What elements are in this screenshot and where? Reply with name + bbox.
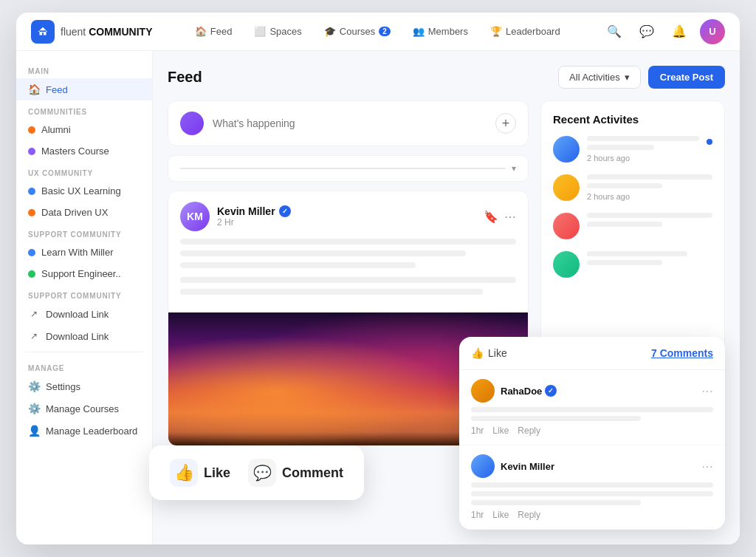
gear-icon-2: ⚙️ (28, 403, 40, 414)
comment-line-2b (471, 491, 713, 496)
whats-happening-card: + (168, 100, 529, 146)
comment-like-2[interactable]: Like (492, 510, 509, 520)
sidebar-item-masters[interactable]: Masters Course (16, 140, 152, 162)
comment-actions-2: 1hr Like Reply (471, 510, 713, 520)
whats-happening-input[interactable] (213, 117, 487, 129)
comments-count[interactable]: 7 Comments (651, 347, 713, 359)
activity-line-3a (587, 213, 712, 218)
sidebar-item-manage-leaderboard[interactable]: 👤 Manage Leaderboard (16, 420, 152, 442)
text-line-4 (180, 277, 516, 283)
post-time: 2 Hr (217, 217, 476, 228)
page-title: Feed (168, 69, 202, 86)
comment-time-2: 1hr (471, 510, 484, 520)
dropdown-chevron[interactable]: ▾ (512, 163, 516, 174)
activity-time-2: 2 hours ago (587, 192, 712, 201)
nav-members[interactable]: 👥 Members (404, 21, 477, 41)
comment-author-1: RahaDoe ✓ (501, 385, 695, 397)
sidebar-item-support-engineer[interactable]: Support Engineer.. (16, 263, 152, 284)
data-driven-dot (28, 209, 35, 216)
post-actions-right: 🔖 ⋯ (484, 210, 516, 224)
sidebar-section-main: MAIN (16, 60, 152, 78)
like-float-button[interactable]: 👍 Like (170, 459, 230, 487)
sidebar-section-ux: UX COMMUNITY (16, 162, 152, 180)
sidebar-item-download-2[interactable]: ↗ Download Link (16, 325, 152, 347)
sidebar-section-support1: SUPPORT COMMUNITY (16, 223, 152, 242)
sidebar-section-manage: MANAGE (16, 357, 152, 375)
bell-icon: 🔔 (672, 24, 687, 38)
arrow-up-right-icon-2: ↗ (28, 330, 40, 342)
comment-line-2a (471, 482, 713, 488)
plus-button[interactable]: + (495, 113, 516, 134)
comment-header-1: RahaDoe ✓ ⋯ (471, 379, 713, 403)
search-button[interactable]: 🔍 (602, 20, 626, 44)
arrow-up-right-icon-1: ↗ (28, 308, 40, 320)
sidebar-item-data-driven[interactable]: Data Driven UX (16, 202, 152, 223)
home-icon: 🏠 (195, 26, 207, 37)
bookmark-icon[interactable]: 🔖 (484, 210, 498, 224)
activity-avatar-2 (553, 174, 580, 201)
message-icon: 💬 (639, 24, 654, 38)
comment-like-1[interactable]: Like (492, 426, 509, 436)
comment-float-icon: 💬 (248, 459, 276, 487)
sidebar-section-support2: SUPPORT COMMUNITY (16, 284, 152, 303)
messages-button[interactable]: 💬 (635, 20, 659, 44)
comment-float-button[interactable]: 💬 Comment (248, 459, 343, 487)
nav-right: 🔍 💬 🔔 U (602, 19, 725, 44)
header-actions: All Activities ▾ Create Post (558, 66, 725, 89)
like-float-icon: 👍 (170, 459, 198, 487)
comment-line-1b (471, 416, 641, 421)
activity-avatar-1 (553, 136, 580, 163)
nav-spaces[interactable]: ⬜ Spaces (245, 21, 310, 41)
support-eng-dot (28, 270, 35, 278)
sidebar-item-learn-miller[interactable]: Learn With Miller (16, 242, 152, 263)
recent-activities-title: Recent Activites (553, 113, 712, 126)
comment-verified-1: ✓ (545, 385, 557, 397)
search-icon: 🔍 (607, 24, 622, 38)
sidebar-item-alumni[interactable]: Alumni (16, 119, 152, 140)
comment-menu-1[interactable]: ⋯ (701, 384, 713, 398)
post-menu-icon[interactable]: ⋯ (504, 210, 516, 224)
dropdown-bar: ▾ (168, 155, 529, 182)
members-icon: 👥 (413, 26, 425, 37)
user-avatar[interactable]: U (700, 19, 725, 44)
basic-ux-dot (28, 188, 35, 195)
top-nav: fluent COMMUNITY 🏠 Feed ⬜ Spaces 🎓 Cours… (16, 13, 740, 51)
activity-item-2: 2 hours ago (553, 174, 712, 201)
comment-avatar-2 (471, 454, 495, 478)
person-icon: 👤 (28, 425, 40, 437)
activity-line-2b (587, 183, 662, 188)
post-header: KM Kevin Miller ✓ 2 Hr 🔖 ⋯ (168, 191, 528, 239)
comments-panel: 👍 Like 7 Comments RahaDoe ✓ ⋯ 1hr Like (459, 337, 725, 530)
activity-line-3b (587, 222, 662, 227)
comment-menu-2[interactable]: ⋯ (701, 459, 713, 474)
notifications-button[interactable]: 🔔 (667, 20, 691, 44)
nav-courses[interactable]: 🎓 Courses 2 (315, 21, 399, 41)
sidebar-item-basic-ux[interactable]: Basic UX Learning (16, 180, 152, 202)
post-content (168, 239, 528, 312)
like-in-panel[interactable]: 👍 Like (471, 347, 507, 359)
nav-leaderboard[interactable]: 🏆 Leaderboard (481, 21, 569, 41)
comment-author-2: Kevin Miller (501, 461, 695, 472)
sidebar-item-download-1[interactable]: ↗ Download Link (16, 303, 152, 325)
gear-icon-1: ⚙️ (28, 380, 40, 392)
sidebar-item-manage-courses[interactable]: ⚙️ Manage Courses (16, 397, 152, 420)
alumni-dot (28, 126, 35, 134)
create-post-button[interactable]: Create Post (648, 66, 725, 89)
sidebar-item-feed[interactable]: 🏠 Feed (16, 78, 152, 100)
comment-time-1: 1hr (471, 426, 484, 436)
courses-icon: 🎓 (324, 26, 336, 37)
comment-item-2: Kevin Miller ⋯ 1hr Like Reply (459, 445, 725, 530)
comment-reply-1[interactable]: Reply (518, 426, 540, 436)
filter-button[interactable]: All Activities ▾ (558, 66, 641, 89)
masters-dot (28, 148, 35, 155)
comment-reply-2[interactable]: Reply (518, 510, 540, 520)
activity-item-4 (553, 251, 712, 278)
nav-feed[interactable]: 🏠 Feed (186, 21, 241, 41)
activity-item-1: 2 hours ago (553, 136, 712, 163)
sidebar-section-communities: COMMUNITIES (16, 100, 152, 119)
activity-avatar-3 (553, 213, 580, 239)
feed-icon: 🏠 (28, 83, 40, 95)
sidebar-item-settings[interactable]: ⚙️ Settings (16, 375, 152, 397)
chevron-down-icon: ▾ (625, 72, 630, 83)
text-line-2 (180, 250, 466, 256)
